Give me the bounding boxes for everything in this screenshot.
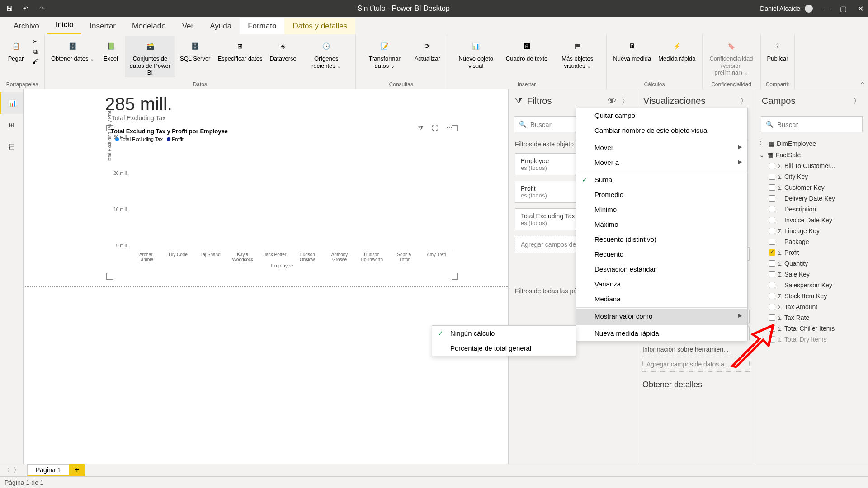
especificar-datos-button[interactable]: ⊞Especificar datos bbox=[215, 36, 265, 63]
focus-mode-icon[interactable]: ⛶ bbox=[432, 124, 438, 132]
field-salesperson-key[interactable]: ΣSalesperson Key bbox=[758, 280, 865, 291]
field-invoice-date-key[interactable]: ΣInvoice Date Key bbox=[758, 215, 865, 225]
ctx-suma[interactable]: ✓Suma bbox=[576, 172, 747, 187]
avatar-icon[interactable] bbox=[805, 5, 813, 13]
tab-inicio[interactable]: Inicio bbox=[47, 17, 82, 34]
tab-formato[interactable]: Formato bbox=[240, 18, 284, 34]
field-bill-to-customer[interactable]: ΣBill To Customer... bbox=[758, 160, 865, 171]
resize-handle[interactable] bbox=[106, 273, 113, 280]
add-page-button[interactable]: + bbox=[69, 464, 85, 476]
chevron-down-icon: ⌄ bbox=[759, 151, 764, 159]
maximize-icon[interactable]: ▢ bbox=[840, 5, 847, 13]
field-stock-item-key[interactable]: ΣStock Item Key bbox=[758, 291, 865, 301]
ctx-renombrar[interactable]: Cambiar nombre de este objeto visual bbox=[576, 123, 747, 138]
table-fact-sale[interactable]: ⌄▦FactSale bbox=[758, 150, 865, 160]
field-tax-rate[interactable]: ΣTax Rate bbox=[758, 312, 865, 323]
pegar-button[interactable]: 📋 Pegar bbox=[4, 36, 28, 63]
field-total-dry[interactable]: ΣTotal Dry Items bbox=[758, 334, 865, 345]
minimize-icon[interactable]: ― bbox=[822, 5, 829, 13]
expand-icon[interactable]: 〉 bbox=[853, 95, 862, 107]
nueva-medida-button[interactable]: 🖩Nueva medida bbox=[610, 36, 654, 63]
eye-icon[interactable]: 👁 bbox=[608, 96, 617, 106]
field-package[interactable]: ΣPackage bbox=[758, 236, 865, 247]
visual-filter-icon[interactable]: ⧩ bbox=[418, 124, 424, 132]
ctx-pct-total-general[interactable]: Porcentaje de total general bbox=[432, 341, 576, 356]
tab-datos-detalles[interactable]: Datos y detalles bbox=[284, 18, 355, 34]
fields-search-input[interactable] bbox=[777, 121, 858, 128]
expand-icon[interactable]: 〉 bbox=[740, 95, 749, 107]
tab-modelado[interactable]: Modelado bbox=[124, 18, 174, 34]
expand-icon[interactable]: 〉 bbox=[621, 95, 630, 107]
field-description[interactable]: ΣDescription bbox=[758, 204, 865, 215]
medida-rapida-button[interactable]: ⚡Medida rápida bbox=[656, 36, 698, 63]
cut-icon[interactable]: ✂ bbox=[31, 37, 40, 46]
tab-ver[interactable]: Ver bbox=[174, 18, 202, 34]
bar-chart-visual[interactable]: ⧩ ⛶ ⋯ Total Excluding Tax y Profit por E… bbox=[107, 126, 458, 279]
ctx-ningun-calculo[interactable]: ✓Ningún cálculo bbox=[432, 326, 576, 341]
actualizar-button[interactable]: ⟳Actualizar bbox=[412, 36, 443, 63]
ribbon-group-calculos: 🖩Nueva medida ⚡Medida rápida Cálculos bbox=[607, 34, 702, 89]
fields-search[interactable]: 🔍 bbox=[761, 116, 863, 132]
page-tab-1[interactable]: Página 1 bbox=[27, 464, 69, 476]
viz-tooltips-label: Información sobre herramien... bbox=[637, 342, 755, 355]
field-sale-key[interactable]: ΣSale Key bbox=[758, 269, 865, 280]
ribbon-group-consultas: 📝Transformar datos ⌄ ⟳Actualizar Consult… bbox=[356, 34, 447, 89]
resize-handle[interactable] bbox=[452, 273, 458, 280]
field-total-chiller[interactable]: ΣTotal Chiller Items bbox=[758, 323, 865, 334]
save-icon[interactable]: 🖫 bbox=[5, 4, 14, 14]
tab-archivo[interactable]: Archivo bbox=[5, 18, 47, 34]
filters-title: Filtros bbox=[527, 96, 552, 106]
obtener-datos-button[interactable]: 🗄️Obtener datos ⌄ bbox=[48, 36, 97, 63]
ctx-promedio[interactable]: Promedio bbox=[576, 187, 747, 202]
sensitivity-icon: 🔖 bbox=[723, 38, 740, 54]
ctx-nueva-medida-rapida[interactable]: Nueva medida rápida bbox=[576, 326, 747, 341]
ctx-recuento-distintivo[interactable]: Recuento (distintivo) bbox=[576, 232, 747, 247]
format-painter-icon[interactable]: 🖌 bbox=[31, 57, 40, 66]
transformar-datos-button[interactable]: 📝Transformar datos ⌄ bbox=[359, 36, 410, 70]
field-quantity[interactable]: ΣQuantity bbox=[758, 258, 865, 269]
ctx-maximo[interactable]: Máximo bbox=[576, 217, 747, 232]
field-delivery-date-key[interactable]: ΣDelivery Date Key bbox=[758, 193, 865, 204]
next-page-icon[interactable]: 〉 bbox=[14, 466, 20, 474]
field-lineage-key[interactable]: ΣLineage Key bbox=[758, 225, 865, 236]
ctx-mover[interactable]: Mover▶ bbox=[576, 140, 747, 155]
resize-handle[interactable] bbox=[452, 125, 458, 131]
ctx-quitar-campo[interactable]: Quitar campo bbox=[576, 108, 747, 123]
dataverse-button[interactable]: ◈Dataverse bbox=[267, 36, 299, 63]
ctx-mostrar-valor-como[interactable]: Mostrar valor como▶ bbox=[576, 309, 747, 324]
tab-ayuda[interactable]: Ayuda bbox=[202, 18, 240, 34]
pbi-datasets-button[interactable]: 🗃️Conjuntos de datos de Power BI bbox=[125, 36, 175, 77]
sql-server-button[interactable]: 🗄️SQL Server bbox=[177, 36, 213, 63]
ctx-minimo[interactable]: Mínimo bbox=[576, 202, 747, 217]
ctx-recuento[interactable]: Recuento bbox=[576, 247, 747, 262]
redo-icon[interactable]: ↷ bbox=[37, 4, 47, 14]
model-view-icon[interactable]: ⬱ bbox=[0, 136, 23, 157]
collapse-ribbon-icon[interactable]: ⌃ bbox=[860, 81, 865, 88]
undo-icon[interactable]: ↶ bbox=[21, 4, 31, 14]
copy-icon[interactable]: ⧉ bbox=[31, 47, 40, 56]
field-tax-amount[interactable]: ΣTax Amount bbox=[758, 301, 865, 312]
origenes-recientes-button[interactable]: 🕓Orígenes recientes ⌄ bbox=[301, 36, 352, 70]
prev-page-icon[interactable]: 〈 bbox=[4, 466, 10, 474]
data-view-icon[interactable]: ⊞ bbox=[0, 114, 23, 136]
ctx-desviacion[interactable]: Desviación estándar bbox=[576, 262, 747, 277]
report-canvas[interactable]: 285 mill. Total Excluding Tax ⧩ ⛶ ⋯ Tota… bbox=[24, 89, 508, 464]
table-dim-employee[interactable]: 〉▦DimEmployee bbox=[758, 138, 865, 150]
close-icon[interactable]: ✕ bbox=[858, 5, 863, 13]
ctx-mover-a[interactable]: Mover a▶ bbox=[576, 155, 747, 170]
field-city-key[interactable]: ΣCity Key bbox=[758, 171, 865, 182]
tab-insertar[interactable]: Insertar bbox=[81, 18, 124, 34]
ctx-mediana[interactable]: Mediana bbox=[576, 291, 747, 306]
ctx-varianza[interactable]: Varianza bbox=[576, 277, 747, 291]
more-options-icon[interactable]: ⋯ bbox=[446, 124, 453, 132]
excel-button[interactable]: 📗Excel bbox=[99, 36, 123, 63]
field-profit[interactable]: ΣProfit bbox=[758, 247, 865, 258]
nuevo-visual-button[interactable]: 📊Nuevo objeto visual bbox=[451, 36, 501, 70]
field-customer-key[interactable]: ΣCustomer Key bbox=[758, 182, 865, 193]
report-view-icon[interactable]: 📊 bbox=[0, 92, 23, 114]
cuadro-texto-button[interactable]: 🅰Cuadro de texto bbox=[503, 36, 551, 63]
viz-tooltips-add[interactable]: Agregar campos de datos a... bbox=[642, 357, 750, 372]
mas-visuales-button[interactable]: ▦Más objetos visuales ⌄ bbox=[552, 36, 603, 70]
publicar-button[interactable]: ⇪Publicar bbox=[764, 36, 791, 63]
kpi-card[interactable]: 285 mill. Total Excluding Tax bbox=[105, 94, 172, 122]
